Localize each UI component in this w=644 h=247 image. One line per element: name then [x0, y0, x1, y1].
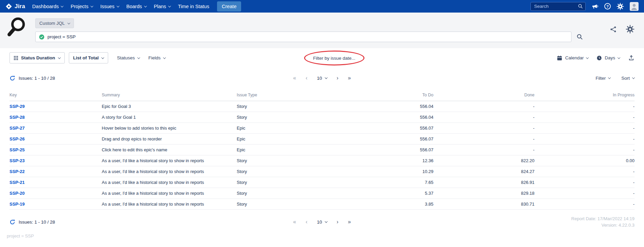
issue-type: Story [237, 177, 348, 188]
nav-right [530, 2, 641, 11]
filter-label: Filter [596, 76, 606, 81]
issue-type: Story [237, 199, 348, 210]
issue-summary: Click here to edit this epic's name [102, 145, 237, 155]
issue-todo-value: 7.65 [348, 177, 433, 188]
issue-type: Epic [237, 134, 348, 145]
gear-icon[interactable] [617, 3, 624, 10]
jira-logo[interactable]: Jira [3, 3, 28, 10]
issue-inprogress-value: 0.00 [534, 155, 635, 166]
filter-sort: Filter Sort [596, 76, 635, 81]
nav-item-boards[interactable]: Boards [123, 0, 150, 13]
chevron-down-icon [163, 56, 165, 59]
fields-dropdown[interactable]: Fields [149, 55, 165, 60]
issue-key-link[interactable]: SSP-20 [9, 191, 25, 196]
sort-label: Sort [621, 76, 630, 81]
list-controls-bottom: Issues: 1 - 10 / 28 « ‹ 10 › » Report Da… [0, 215, 644, 229]
chevron-down-icon [632, 76, 635, 79]
issue-done-value: 822.20 [433, 155, 534, 166]
next-page-button[interactable]: › [337, 219, 338, 225]
nav-item-label: Time in Status [178, 4, 209, 9]
nav-item-projects[interactable]: Projects [67, 0, 96, 13]
column-header-issue-type: Issue Type [237, 91, 348, 101]
share-icon[interactable] [610, 26, 617, 33]
issue-key-link[interactable]: SSP-27 [9, 126, 25, 131]
issue-type: Story [237, 166, 348, 177]
page-size-value: 10 [317, 76, 322, 81]
list-type-button[interactable]: List of Total [69, 52, 109, 63]
issue-key-link[interactable]: SSP-25 [9, 147, 25, 152]
refresh-icon[interactable] [9, 219, 15, 225]
last-page-button[interactable]: » [348, 75, 351, 81]
issues-count-label: Issues: 1 - 10 / 28 [19, 220, 55, 225]
jql-input[interactable] [47, 34, 568, 39]
page-size-select[interactable]: 10 [317, 220, 327, 225]
first-page-button[interactable]: « [293, 75, 296, 81]
table-row: SSP-22 As a user, I'd like a historical … [9, 166, 635, 177]
list-type-label: List of Total [73, 55, 99, 60]
issue-todo-value: 12.36 [348, 155, 433, 166]
last-page-button[interactable]: » [348, 219, 351, 225]
nav-item-plans[interactable]: Plans [150, 0, 174, 13]
statuses-dropdown[interactable]: Statuses [117, 55, 140, 60]
nav-item-dashboards[interactable]: Dashboards [28, 0, 67, 13]
create-button[interactable]: Create [217, 1, 241, 12]
prev-page-button[interactable]: ‹ [306, 219, 307, 225]
refresh-icon[interactable] [9, 75, 15, 81]
chevron-down-icon [325, 220, 327, 223]
issues-table-body: SSP-29 Epic for Goal 3 Story 556.04 - - … [9, 101, 635, 210]
issue-inprogress-value: - [534, 101, 635, 112]
help-icon[interactable] [604, 3, 611, 10]
brand-name: Jira [15, 3, 25, 10]
issue-key-link[interactable]: SSP-19 [9, 202, 25, 207]
issue-key-link[interactable]: SSP-22 [9, 169, 25, 174]
export-icon[interactable] [628, 55, 635, 61]
header-actions [610, 25, 635, 34]
issue-summary: Epic for Goal 3 [102, 101, 237, 112]
page-size-select[interactable]: 10 [317, 76, 327, 81]
table-row: SSP-20 As a user, I'd like a historical … [9, 188, 635, 199]
table-row: SSP-25 Click here to edit this epic's na… [9, 145, 635, 155]
announcement-icon[interactable] [591, 3, 599, 10]
settings-gear-icon[interactable] [626, 25, 635, 34]
nav-item-time-in-status[interactable]: Time in Status [174, 0, 213, 13]
issue-summary: As a user, I'd like a historical story t… [102, 199, 237, 210]
issue-key-link[interactable]: SSP-28 [9, 115, 25, 120]
grid-icon [14, 56, 18, 60]
time-units-dropdown[interactable]: Days [597, 55, 620, 61]
calendar-dropdown[interactable]: Calendar [557, 55, 588, 61]
column-header-done: Done [433, 91, 534, 101]
search-input[interactable] [530, 2, 586, 11]
column-header-key: Key [9, 91, 102, 101]
filter-dropdown[interactable]: Filter [596, 76, 610, 81]
issue-key-link[interactable]: SSP-26 [9, 136, 25, 141]
chevron-down-icon [101, 56, 104, 59]
prev-page-button[interactable]: ‹ [306, 75, 307, 81]
first-page-button[interactable]: « [293, 219, 296, 225]
user-avatar-icon[interactable] [630, 2, 639, 11]
jql-search-button[interactable] [577, 34, 583, 40]
pagination-top: « ‹ 10 › » [293, 75, 351, 81]
issue-key-link[interactable]: SSP-23 [9, 158, 25, 163]
table-header-row: Key Summary Issue Type To Do Done In Pro… [9, 91, 635, 101]
jql-echo: project = SSP [7, 233, 644, 239]
issue-inprogress-value: - [534, 112, 635, 123]
issue-summary: As a user, I'd like a historical story t… [102, 166, 237, 177]
next-page-button[interactable]: › [337, 75, 338, 81]
statuses-label: Statuses [117, 55, 135, 60]
issue-date-filter[interactable]: Filter by issue date... [313, 56, 355, 61]
nav-item-issues[interactable]: Issues [97, 0, 123, 13]
sort-dropdown[interactable]: Sort [621, 76, 635, 81]
table-row: SSP-29 Epic for Goal 3 Story 556.04 - - [9, 101, 635, 112]
table-row: SSP-28 A story for Goal 1 Story 556.04 -… [9, 112, 635, 123]
nav-item-label: Projects [71, 4, 88, 9]
jql-mode-button[interactable]: Custom JQL [35, 18, 74, 28]
report-type-button[interactable]: Status Duration [9, 52, 65, 63]
issue-key-link[interactable]: SSP-29 [9, 104, 25, 109]
issue-done-value: 826.91 [433, 177, 534, 188]
table-row: SSP-26 Drag and drop epics to reorder Ep… [9, 134, 635, 145]
issue-key-link[interactable]: SSP-21 [9, 180, 25, 185]
issue-todo-value: 556.07 [348, 134, 433, 145]
issue-done-value: - [433, 123, 534, 134]
column-header-inprogress: In Progress [534, 91, 635, 101]
issue-todo-value: 556.07 [348, 123, 433, 134]
